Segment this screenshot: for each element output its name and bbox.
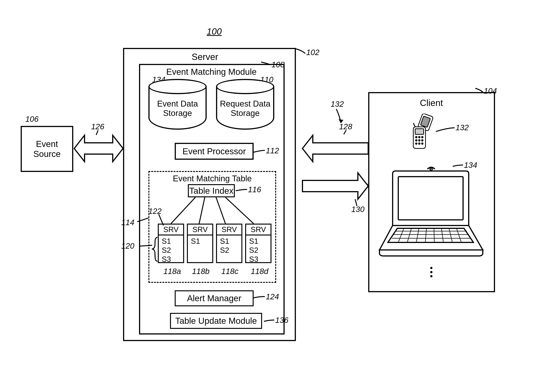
ref-116: 116 [248,185,261,194]
ref-120: 120 [121,241,134,251]
ellipsis-dots [430,265,432,279]
svg-rect-8 [415,129,424,134]
subscriber-requests-label: Subscriber Requests [303,181,370,189]
svg-point-14 [422,140,423,141]
request-data-storage-label: Request Data Storage [220,99,270,118]
srv-block-c: SRV S1 S2 [216,224,242,263]
ref-132-callout: 132 [331,100,344,109]
ref-136: 136 [275,316,288,325]
ref-114: 114 [121,218,134,227]
srv-head-b: SRV [188,224,212,235]
event-processor-box: Event Processor [175,143,254,160]
laptop-icon [378,163,485,258]
svg-point-9 [416,136,417,138]
emt-title: Event Matching Table [173,174,252,183]
ref-phone-132: 132 [456,123,469,132]
svg-point-11 [422,136,423,138]
srv-c-sub2: S2 [220,246,241,255]
ref-118d: 118d [251,267,268,276]
ref-124: 124 [266,292,279,301]
ref-130: 130 [351,205,364,214]
svg-point-16 [419,143,420,144]
ref-laptop-134: 134 [464,161,477,170]
ref-102: 102 [306,48,319,57]
svg-line-18 [413,123,415,127]
ref-132-callout-arrow [336,109,343,123]
server-title: Server [192,52,218,62]
srv-a-sub2: S2 [162,246,183,255]
svg-point-10 [419,136,420,138]
srv-b-sub1: S1 [191,237,212,246]
ref-106: 106 [25,115,39,124]
ref-112: 112 [266,146,279,155]
table-index-label: Table Index [189,186,233,196]
srv-block-d: SRV S1 S2 S3 [245,224,271,263]
event-data-storage-label: Event Data Storage [157,99,198,118]
srv-block-a: SRV S1 S2 S3 [158,224,184,263]
svg-point-17 [422,143,423,144]
srv-head-a: SRV [159,224,183,235]
srv-head-c: SRV [217,224,241,235]
event-processor-label: Event Processor [182,146,246,156]
event-data-label: Event Data [76,144,121,153]
ref-102-leader [296,49,305,54]
table-update-module-box: Table Update Module [170,313,262,329]
ref-108: 108 [271,60,285,69]
phone-icon [409,114,434,151]
table-update-module-label: Table Update Module [175,316,257,326]
srv-body-b: S1 [188,235,212,247]
srv-d-sub1: S1 [249,237,270,246]
event-source-label: Event Source [33,139,61,159]
srv-a-sub3: S3 [162,255,183,264]
svg-rect-19 [398,177,463,220]
table-index-box: Table Index [188,184,235,197]
srv-body-c: S1 S2 [217,235,241,256]
emm-title: Event Matching Module [166,67,257,77]
ref-118c: 118c [221,267,238,276]
ref-122: 122 [148,207,162,216]
srv-body-d: S1 S2 S3 [246,235,270,265]
srv-body-a: S1 S2 S3 [159,235,183,265]
ref-128: 128 [339,122,352,131]
diagram-canvas: 100 Event Source 106 [0,0,554,392]
srv-d-sub3: S3 [249,255,270,264]
ref-126: 126 [91,122,104,131]
event-source-box: Event Source [21,126,73,172]
ref-118a: 118a [163,267,181,276]
client-title: Client [420,98,443,108]
srv-a-sub1: S1 [162,237,183,246]
svg-point-15 [416,143,417,144]
alert-manager-box: Alert Manager [175,290,254,306]
ref-118b: 118b [192,267,209,276]
srv-block-b: SRV S1 [187,224,213,263]
ref-104: 104 [484,86,497,95]
svg-point-12 [416,140,417,141]
ref-100: 100 [207,26,222,37]
srv-head-d: SRV [246,224,270,235]
ref-104-leader [475,88,483,92]
svg-line-28 [434,228,434,242]
svg-point-13 [419,140,420,141]
request-data-storage-cylinder: Request Data Storage [216,79,274,130]
alert-manager-label: Alert Manager [187,293,241,303]
srv-d-sub2: S2 [249,246,270,255]
srv-c-sub1: S1 [220,237,241,246]
event-notification-label: Event Notification [306,144,365,152]
event-data-storage-cylinder: Event Data Storage [148,79,207,130]
svg-point-20 [430,168,432,170]
